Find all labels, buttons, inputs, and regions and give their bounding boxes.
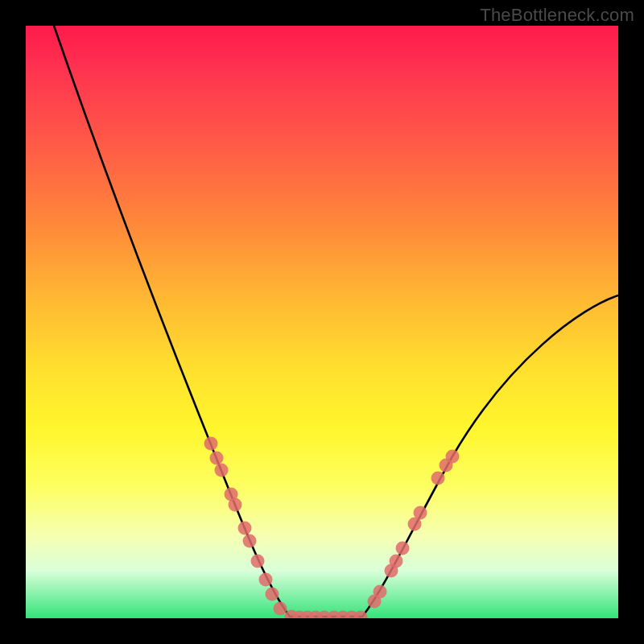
data-point — [266, 588, 279, 601]
data-point — [210, 452, 224, 465]
watermark-text: TheBottleneck.com — [480, 5, 634, 26]
chart-plot-area — [26, 26, 618, 618]
data-point — [414, 506, 427, 520]
data-point — [374, 585, 387, 599]
data-point — [390, 555, 403, 568]
data-point — [229, 498, 242, 512]
data-point — [204, 437, 218, 451]
chart-frame: TheBottleneck.com — [0, 0, 644, 644]
data-point — [274, 602, 287, 616]
data-points — [204, 437, 460, 619]
chart-svg — [26, 26, 618, 618]
data-point — [243, 535, 257, 548]
bottleneck-curve — [54, 26, 618, 617]
data-point — [396, 542, 410, 555]
data-point — [259, 573, 273, 587]
data-point — [431, 472, 445, 485]
data-point — [215, 464, 229, 477]
data-point — [251, 555, 265, 568]
data-point — [238, 522, 252, 535]
data-point — [446, 450, 460, 464]
